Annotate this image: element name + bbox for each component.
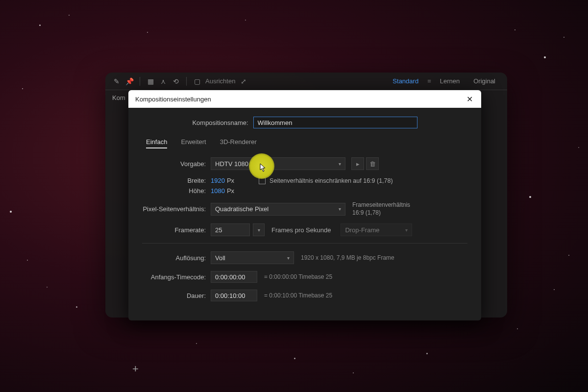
width-label: Breite: <box>142 177 211 184</box>
framerate-input[interactable]: 25 <box>211 223 250 236</box>
lock-aspect-checkbox[interactable] <box>259 177 266 184</box>
preset-save-button[interactable]: ▸ <box>351 157 364 170</box>
dialog-title: Kompositionseinstellungen <box>135 96 211 103</box>
dialog-header: Kompositionseinstellungen ✕ <box>128 90 481 108</box>
comp-tab-prefix[interactable]: Kom <box>112 94 125 101</box>
resolution-select[interactable]: Voll▾ <box>211 251 294 264</box>
fps-label: Frames pro Sekunde <box>271 226 331 234</box>
mode-learn[interactable]: Lernen <box>435 77 465 85</box>
align-label[interactable]: Ausrichten <box>205 77 235 85</box>
tab-advanced[interactable]: Erweitert <box>181 138 206 148</box>
height-value[interactable]: 1080 <box>211 187 225 195</box>
dropframe-select: Drop-Frame▾ <box>341 223 412 236</box>
settings-tabs: Einfach Erweitert 3D-Renderer <box>142 138 467 148</box>
frame-aspect-value: 16:9 (1,78) <box>352 209 410 217</box>
comp-name-input[interactable] <box>253 117 417 128</box>
pixel-aspect-label: Pixel-Seitenverhältnis: <box>142 205 211 213</box>
brush-icon[interactable]: ✎ <box>112 77 121 86</box>
preset-label: Vorgabe: <box>142 160 211 168</box>
tool-icon-2[interactable]: ⋏ <box>159 77 168 86</box>
background-plus-marker: + <box>132 363 139 375</box>
width-value[interactable]: 1920 <box>211 177 225 184</box>
frame-aspect-label: Frameseitenverhältnis <box>352 201 410 209</box>
start-timecode-input[interactable] <box>211 271 257 283</box>
expand-icon[interactable]: ⤢ <box>239 77 248 86</box>
duration-label: Dauer: <box>142 292 211 299</box>
app-toolbar: ✎ 📌 ▦ ⋏ ⟲ ▢ Ausrichten ⤢ Standard ≡ Lern… <box>105 73 507 90</box>
duration-input[interactable] <box>211 290 257 301</box>
chevron-down-icon: ▾ <box>339 206 341 212</box>
tool-icon-3[interactable]: ⟲ <box>172 77 180 86</box>
tab-renderer[interactable]: 3D-Renderer <box>220 138 257 148</box>
preset-select[interactable]: HDTV 1080 25▾ <box>211 157 345 170</box>
framerate-dropdown[interactable]: ▾ <box>253 223 265 236</box>
pin-icon[interactable]: 📌 <box>125 77 134 86</box>
resolution-label: Auflösung: <box>142 254 211 262</box>
height-label: Höhe: <box>142 187 211 195</box>
start-timecode-label: Anfangs-Timecode: <box>142 273 211 281</box>
composition-settings-dialog: Kompositionseinstellungen ✕ Kompositions… <box>128 90 481 320</box>
close-button[interactable]: ✕ <box>465 94 474 104</box>
pixel-aspect-select[interactable]: Quadratische Pixel▾ <box>211 203 345 216</box>
mode-original[interactable]: Original <box>468 77 500 85</box>
framerate-label: Framerate: <box>142 226 211 234</box>
resolution-info: 1920 x 1080, 7,9 MB je 8bpc Frame <box>301 254 394 261</box>
lock-aspect-label: Seitenverhältnis einschränken auf 16:9 (… <box>270 177 393 184</box>
comp-name-label: Kompositionsname: <box>192 119 253 126</box>
rect-icon[interactable]: ▢ <box>193 77 201 86</box>
tool-icon-1[interactable]: ▦ <box>146 77 155 86</box>
start-timecode-info: = 0:00:00:00 Timebase 25 <box>264 273 332 280</box>
chevron-down-icon: ▾ <box>287 255 290 261</box>
chevron-down-icon: ▾ <box>339 161 341 167</box>
tab-simple[interactable]: Einfach <box>146 138 167 148</box>
duration-info: = 0:00:10:00 Timebase 25 <box>264 292 332 299</box>
preset-delete-button[interactable]: 🗑 <box>366 157 379 170</box>
mode-standard[interactable]: Standard <box>388 77 423 85</box>
